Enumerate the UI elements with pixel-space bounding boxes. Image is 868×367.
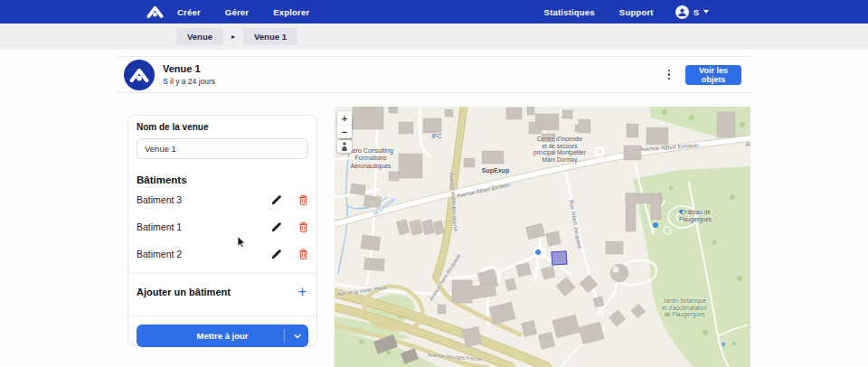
- updated-info: S il y a 24 jours: [163, 77, 661, 86]
- buildings-heading: Bâtiments: [137, 174, 308, 186]
- building-row: Batiment 3: [137, 186, 308, 213]
- app-logo-icon[interactable]: [146, 5, 164, 18]
- poi-dot-icon: [653, 222, 658, 228]
- nav-item-support[interactable]: Support: [619, 7, 654, 17]
- nav-item-statistiques[interactable]: Statistiques: [544, 7, 595, 17]
- user-initial: S: [693, 7, 699, 17]
- map-marker-icon: ▾: [722, 340, 726, 349]
- edit-building-button[interactable]: [271, 249, 282, 259]
- nav-menu-right: StatistiquesSupport: [544, 7, 654, 17]
- pegman-icon: [341, 142, 348, 151]
- pegman-button[interactable]: [337, 140, 352, 153]
- breadcrumb: Venue▸Venue 1: [176, 28, 297, 45]
- map-zoom-control: + −: [337, 111, 352, 138]
- breadcrumb-bar: Venue▸Venue 1: [0, 24, 868, 50]
- updated-ago: il y a 24 jours: [168, 77, 215, 86]
- building-row: Batiment 1: [137, 213, 308, 240]
- highlighted-building[interactable]: [551, 250, 567, 265]
- pencil-icon: [271, 194, 282, 205]
- zoom-out-button[interactable]: −: [337, 125, 352, 138]
- zoom-in-button[interactable]: +: [337, 111, 352, 125]
- top-navbar: CréerGérerExplorer StatistiquesSupport S: [0, 0, 868, 24]
- avatar-icon: [675, 5, 689, 19]
- trash-icon: [298, 194, 308, 205]
- nav-item-explorer[interactable]: Explorer: [273, 7, 309, 17]
- pencil-icon: [271, 249, 282, 259]
- button-separator: [284, 329, 285, 343]
- delete-building-button[interactable]: [298, 249, 308, 259]
- map[interactable]: Aero Consulting Formations Aéronautiques…: [335, 107, 750, 367]
- venue-logo-icon: [124, 60, 155, 90]
- poi-dot-icon: [535, 249, 541, 255]
- view-objects-button[interactable]: Voir les objets: [685, 65, 741, 85]
- edit-building-button[interactable]: [271, 194, 282, 205]
- user-menu[interactable]: S: [675, 5, 709, 19]
- map-canvas: [335, 107, 750, 367]
- delete-building-button[interactable]: [298, 194, 308, 205]
- breadcrumb-item[interactable]: Venue 1: [243, 28, 297, 45]
- add-building-label: Ajouter un bâtiment: [137, 287, 297, 297]
- buildings-list: Batiment 3 Batiment 1: [137, 186, 308, 268]
- divider: [128, 315, 316, 316]
- building-name: Batiment 1: [137, 221, 271, 232]
- pencil-icon: [271, 221, 282, 232]
- building-row: Batiment 2: [137, 240, 308, 268]
- venue-name-input[interactable]: [137, 138, 308, 159]
- venue-form-card: Nom de la venue Bâtiments Batiment 3 Bat…: [127, 115, 317, 346]
- venue-name-label: Nom de la venue: [137, 122, 308, 133]
- venue-header: Venue 1 S il y a 24 jours Voir les objet…: [118, 56, 750, 93]
- chevron-down-icon: [703, 10, 709, 14]
- breadcrumb-separator-icon: ▸: [231, 33, 235, 41]
- delete-building-button[interactable]: [298, 221, 308, 232]
- nav-menu: CréerGérerExplorer: [177, 7, 309, 17]
- page-title: Venue 1: [163, 63, 661, 75]
- building-name: Batiment 3: [137, 194, 271, 205]
- edit-building-button[interactable]: [271, 221, 282, 232]
- update-button-label: Mettre à jour: [196, 331, 248, 341]
- poi-dot-icon: [679, 210, 683, 213]
- nav-item-creer[interactable]: Créer: [177, 7, 201, 17]
- breadcrumb-item[interactable]: Venue: [176, 28, 223, 45]
- update-button[interactable]: Mettre à jour: [137, 325, 308, 347]
- chevron-down-icon: [294, 334, 301, 338]
- trash-icon: [298, 221, 308, 232]
- more-options-button[interactable]: [661, 65, 677, 85]
- add-building-button[interactable]: +: [297, 286, 308, 298]
- trash-icon: [298, 249, 308, 259]
- building-name: Batiment 2: [137, 249, 271, 259]
- nav-item-gerer[interactable]: Gérer: [225, 7, 249, 17]
